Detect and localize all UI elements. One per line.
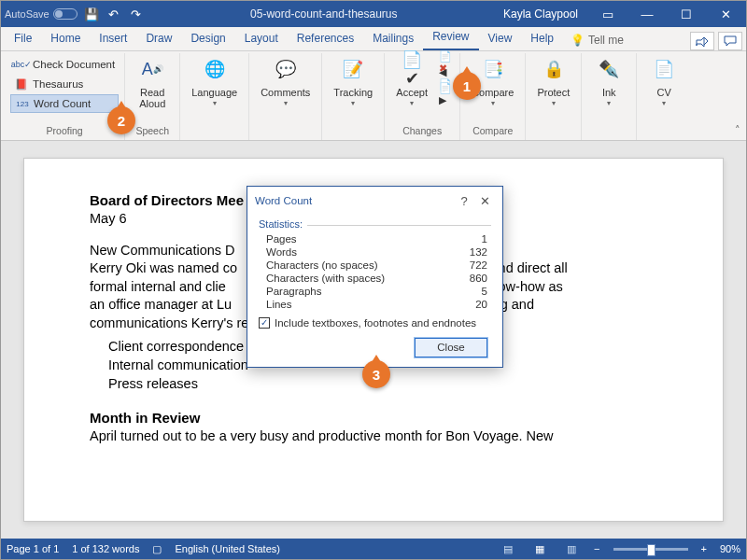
toggle-off-icon (53, 8, 78, 20)
tab-file[interactable]: File (5, 28, 41, 50)
group-changes: 📄✔ Accept ▾ 📄✖ ◀📄 📄▶ Changes (385, 53, 460, 140)
tab-insert[interactable]: Insert (90, 28, 136, 50)
chevron-down-icon: ▾ (491, 100, 495, 108)
close-icon[interactable]: ✕ (474, 194, 495, 208)
callout-3: 3 (362, 360, 390, 388)
table-row: Characters (with spaces)860 (266, 273, 495, 284)
chevron-down-icon: ▾ (410, 100, 414, 108)
group-label-speech: Speech (135, 124, 169, 138)
tab-references[interactable]: References (288, 28, 363, 50)
abc-check-icon: abc✓ (14, 57, 29, 72)
word-count-label: Word Count (34, 98, 91, 109)
word-count-icon: 123 (15, 96, 30, 111)
redo-icon[interactable]: ↷ (128, 6, 145, 22)
undo-icon[interactable]: ↶ (106, 6, 122, 22)
next-change-icon[interactable]: 📄▶ (439, 87, 454, 102)
read-aloud-button[interactable]: A🔊 Read Aloud (131, 55, 174, 111)
tab-draw[interactable]: Draw (136, 28, 181, 50)
stat-key: Lines (266, 299, 453, 310)
word-count-button[interactable]: 123 Word Count (10, 94, 119, 113)
status-bar: Page 1 of 1 1 of 132 words ▢ English (Un… (1, 539, 746, 559)
check-document-button[interactable]: abc✓ Check Document (10, 55, 119, 74)
book-icon: 📕 (14, 77, 29, 91)
para-line: Kerry Oki was named co (90, 260, 237, 275)
lightbulb-icon: 💡 (571, 34, 585, 47)
para-line: an office manager at Lu (90, 297, 232, 312)
lock-icon: 🔒 (541, 57, 567, 83)
protect-label: Protect (537, 87, 570, 98)
user-name[interactable]: Kayla Claypool (503, 7, 578, 21)
tracking-label: Tracking (333, 87, 373, 98)
accept-label: Accept (396, 87, 428, 98)
stat-val: 1 (455, 233, 495, 245)
page-indicator[interactable]: Page 1 of 1 (7, 543, 59, 554)
tab-view[interactable]: View (479, 28, 522, 50)
group-label-changes: Changes (402, 124, 442, 138)
zoom-out-icon[interactable]: − (594, 543, 599, 554)
tell-me-label: Tell me (588, 34, 624, 47)
group-label-ink (608, 124, 611, 138)
group-protect: 🔒 Protect ▾ (526, 53, 582, 140)
cv-button[interactable]: 📄 CV ▾ (642, 55, 685, 110)
group-label-compare: Compare (472, 124, 513, 138)
tab-help[interactable]: Help (521, 28, 563, 50)
tab-home[interactable]: Home (41, 28, 90, 50)
protect-button[interactable]: 🔒 Protect ▾ (531, 55, 575, 110)
include-textboxes-checkbox[interactable]: ✓ Include textboxes, footnotes and endno… (259, 317, 491, 329)
title-bar: AutoSave 💾 ↶ ↷ 05-word-count-and-thesaur… (1, 1, 746, 27)
minimize-icon[interactable]: — (630, 1, 664, 27)
stat-val: 132 (455, 246, 495, 258)
web-layout-icon[interactable]: ▥ (562, 541, 581, 556)
word-count-dialog: Word Count ? ✕ Statistics: Pages1 Words1… (247, 186, 503, 368)
accept-button[interactable]: 📄✔ Accept ▾ (390, 55, 433, 110)
group-tracking: 📝 Tracking ▾ (322, 53, 385, 140)
language-button[interactable]: 🌐 Language ▾ (186, 55, 243, 110)
zoom-slider[interactable] (613, 548, 688, 551)
stat-key: Pages (266, 233, 453, 245)
cv-label: CV (657, 87, 671, 98)
chevron-down-icon: ▾ (662, 100, 666, 108)
zoom-level[interactable]: 90% (720, 543, 740, 554)
close-window-icon[interactable]: ✕ (709, 1, 742, 27)
maximize-icon[interactable]: ☐ (669, 1, 703, 27)
tab-layout[interactable]: Layout (235, 28, 288, 50)
tab-design[interactable]: Design (181, 28, 234, 50)
word-count-status[interactable]: 1 of 132 words (72, 543, 139, 554)
callout-2: 2 (107, 106, 135, 134)
comments-button[interactable] (718, 32, 742, 50)
group-proofing: abc✓ Check Document 📕 Thesaurus 123 Word… (5, 53, 125, 140)
stat-key: Characters (with spaces) (266, 273, 453, 284)
table-row: Characters (no spaces)722 (266, 259, 495, 271)
save-icon[interactable]: 💾 (83, 6, 100, 22)
globe-icon: 🌐 (202, 57, 228, 83)
group-ink: ✒️ Ink ▾ (582, 53, 637, 140)
stat-val: 860 (455, 273, 495, 284)
tab-review[interactable]: Review (423, 26, 478, 50)
autosave-toggle[interactable]: AutoSave (5, 8, 78, 20)
thesaurus-button[interactable]: 📕 Thesaurus (10, 75, 119, 93)
proofing-status-icon[interactable]: ▢ (152, 543, 162, 555)
checkbox-checked-icon: ✓ (259, 317, 270, 329)
help-icon[interactable]: ? (454, 194, 474, 208)
read-mode-icon[interactable]: ▤ (499, 541, 517, 556)
dialog-title: Word Count (255, 195, 312, 206)
group-label-protect (552, 124, 555, 138)
share-button[interactable] (690, 32, 714, 50)
autosave-label: AutoSave (5, 8, 49, 20)
language-status[interactable]: English (United States) (175, 543, 280, 554)
comments-dropdown[interactable]: 💬 Comments ▾ (255, 55, 316, 110)
pen-icon: ✒️ (596, 57, 622, 83)
collapse-ribbon-icon[interactable]: ˄ (735, 124, 740, 136)
tab-mailings[interactable]: Mailings (363, 28, 423, 50)
ribbon-display-icon[interactable]: ▭ (591, 1, 625, 27)
tell-me-search[interactable]: 💡 Tell me (563, 30, 631, 50)
zoom-in-icon[interactable]: + (701, 543, 707, 554)
ink-button[interactable]: ✒️ Ink ▾ (587, 55, 630, 110)
close-button[interactable]: Close (415, 338, 487, 357)
share-icon (696, 35, 709, 47)
print-layout-icon[interactable]: ▦ (530, 541, 549, 556)
tracking-dropdown[interactable]: 📝 Tracking ▾ (328, 55, 378, 110)
table-row: Paragraphs5 (266, 286, 495, 297)
dialog-titlebar[interactable]: Word Count ? ✕ (247, 187, 502, 215)
para-line: formal internal and clie (90, 279, 226, 294)
